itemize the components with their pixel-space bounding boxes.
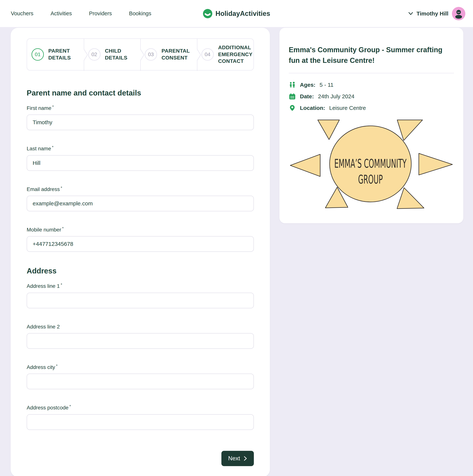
- field-address-city: Address city*: [27, 364, 254, 389]
- email-label: Email address*: [27, 186, 254, 192]
- last-name-label: Last name*: [27, 145, 254, 152]
- smile-logo-icon: [203, 9, 212, 18]
- step-label: PARENTAL CONSENT: [162, 48, 197, 61]
- address-section-title: Address: [27, 267, 254, 275]
- booking-stepper: 01 PARENT DETAILS 02 CHILD DETAILS 03 PA…: [27, 38, 254, 70]
- step-label: CHILD DETAILS: [105, 48, 140, 61]
- address-line-1-label: Address line 1*: [27, 283, 254, 289]
- required-asterisk: *: [56, 364, 58, 368]
- user-name: Timothy Hill: [417, 10, 448, 17]
- page-content: 01 PARENT DETAILS 02 CHILD DETAILS 03 PA…: [0, 27, 473, 476]
- activity-summary-card: Emma's Community Group - Summer crafting…: [279, 28, 463, 223]
- required-asterisk: *: [62, 226, 64, 230]
- detail-value: 5 - 11: [320, 82, 334, 88]
- address-line-2-input[interactable]: [27, 333, 254, 349]
- form-section-title: Parent name and contact details: [27, 89, 254, 97]
- user-avatar-icon: [452, 7, 466, 20]
- mobile-label: Mobile number*: [27, 226, 254, 233]
- step-separator-chevron: [140, 39, 145, 71]
- required-asterisk: *: [61, 186, 62, 190]
- location-pin-icon: [289, 105, 296, 111]
- address-city-label: Address city*: [27, 364, 254, 370]
- brand-logo[interactable]: HolidayActivities: [203, 9, 270, 18]
- sun-logo-illustration: EMMA’S COMMUNITY GROUP: [289, 119, 454, 216]
- form-actions: Next: [27, 451, 254, 466]
- step-number-badge: 02: [88, 48, 101, 61]
- provider-logo-image: EMMA’S COMMUNITY GROUP: [289, 119, 454, 216]
- first-name-input[interactable]: [27, 115, 254, 130]
- step-number-badge: 01: [32, 48, 44, 61]
- divider: [289, 73, 454, 73]
- step-label: PARENT DETAILS: [48, 48, 84, 61]
- required-asterisk: *: [52, 145, 53, 149]
- email-input[interactable]: [27, 196, 254, 211]
- address-line-2-label: Address line 2: [27, 323, 254, 330]
- address-postcode-label: Address postcode*: [27, 404, 254, 411]
- field-first-name: First name*: [27, 105, 254, 130]
- top-navigation-bar: Vouchers Activities Providers Bookings H…: [0, 0, 473, 27]
- detail-row-date: Date: 24th July 2024: [289, 93, 454, 100]
- primary-nav: Vouchers Activities Providers Bookings: [11, 10, 151, 17]
- sun-logo-text-line1: EMMA’S COMMUNITY: [334, 156, 406, 170]
- required-asterisk: *: [69, 404, 71, 408]
- step-separator-chevron: [84, 39, 88, 71]
- stepper-step-parental-consent[interactable]: 03 PARENTAL CONSENT: [140, 48, 197, 61]
- detail-value: 24th July 2024: [318, 93, 354, 100]
- nav-item-vouchers[interactable]: Vouchers: [11, 10, 34, 17]
- nav-item-bookings[interactable]: Bookings: [129, 10, 151, 17]
- field-address-postcode: Address postcode*: [27, 404, 254, 430]
- step-number-badge: 03: [145, 48, 157, 61]
- first-name-label: First name*: [27, 105, 254, 111]
- chevron-right-icon: [244, 456, 247, 461]
- people-icon: [289, 82, 296, 88]
- detail-label: Location:: [300, 105, 325, 111]
- user-menu[interactable]: Timothy Hill: [408, 7, 466, 20]
- required-asterisk: *: [61, 283, 62, 287]
- last-name-input[interactable]: [27, 155, 254, 171]
- detail-value: Leisure Centre: [329, 105, 366, 111]
- stepper-step-parent-details[interactable]: 01 PARENT DETAILS: [27, 48, 84, 61]
- mobile-input[interactable]: [27, 236, 254, 252]
- field-address-line-1: Address line 1*: [27, 283, 254, 308]
- required-asterisk: *: [52, 105, 54, 109]
- field-mobile: Mobile number*: [27, 226, 254, 252]
- stepper-step-additional-emergency-contact[interactable]: 04 ADDITIONAL EMERGENCY CONTACT: [197, 44, 254, 65]
- next-button-label: Next: [228, 455, 240, 462]
- address-line-1-input[interactable]: [27, 293, 254, 308]
- chevron-down-icon: [408, 12, 413, 16]
- field-email: Email address*: [27, 186, 254, 211]
- nav-item-activities[interactable]: Activities: [51, 10, 72, 17]
- booking-form-card: 01 PARENT DETAILS 02 CHILD DETAILS 03 PA…: [11, 28, 270, 476]
- field-last-name: Last name*: [27, 145, 254, 171]
- address-postcode-input[interactable]: [27, 414, 254, 430]
- address-city-input[interactable]: [27, 374, 254, 389]
- sun-logo-text-line2: GROUP: [358, 172, 383, 186]
- step-separator-chevron: [197, 39, 202, 71]
- stepper-step-child-details[interactable]: 02 CHILD DETAILS: [84, 48, 140, 61]
- nav-item-providers[interactable]: Providers: [89, 10, 112, 17]
- activity-title: Emma's Community Group - Summer crafting…: [289, 45, 454, 66]
- field-address-line-2: Address line 2: [27, 323, 254, 349]
- step-number-badge: 04: [202, 48, 214, 61]
- calendar-icon: [289, 93, 296, 100]
- detail-label: Ages:: [300, 82, 315, 88]
- next-button[interactable]: Next: [221, 451, 254, 466]
- brand-name: HolidayActivities: [215, 10, 270, 17]
- detail-row-location: Location: Leisure Centre: [289, 105, 454, 111]
- detail-label: Date:: [300, 93, 314, 100]
- step-label: ADDITIONAL EMERGENCY CONTACT: [218, 44, 254, 65]
- detail-row-ages: Ages: 5 - 11: [289, 82, 454, 88]
- activity-details: Ages: 5 - 11 Date: 24th July 2024: [289, 82, 454, 111]
